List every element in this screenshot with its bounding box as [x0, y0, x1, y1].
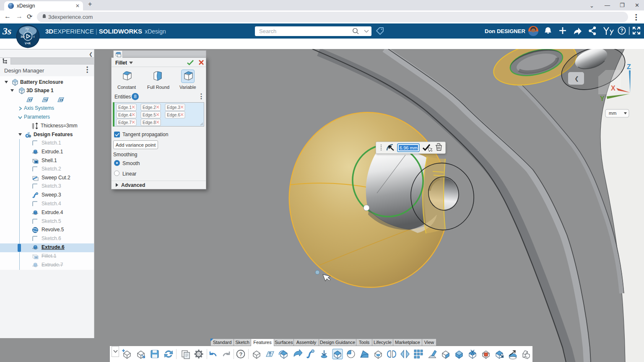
svg-text:?: ? [239, 351, 243, 357]
svg-text:6.96 mm: 6.96 mm [400, 145, 418, 150]
svg-text:Yy: Yy [25, 27, 29, 31]
svg-text:i: i [34, 35, 34, 39]
svg-text:YZ: YZ [44, 98, 48, 101]
svg-text:Edge.3: Edge.3 [167, 105, 180, 110]
svg-text:ZX: ZX [60, 98, 63, 101]
svg-text:Edge.7: Edge.7 [118, 120, 132, 125]
svg-text:❮: ❮ [574, 75, 579, 82]
svg-text:Edge.8: Edge.8 [143, 120, 156, 125]
svg-text:Y: Y [600, 95, 605, 102]
svg-text:X: X [611, 85, 615, 92]
svg-text:V+R: V+R [25, 42, 31, 45]
svg-text:XY: XY [29, 98, 33, 101]
svg-text:mm: mm [609, 111, 616, 116]
svg-text:Edge.4: Edge.4 [118, 113, 132, 117]
svg-text:Z: Z [627, 63, 631, 70]
svg-text:Edge.6: Edge.6 [167, 113, 180, 117]
svg-text:Edge.1: Edge.1 [118, 105, 132, 110]
svg-text:?: ? [621, 28, 623, 34]
svg-text:3s: 3s [2, 26, 11, 36]
svg-text:Edge.2: Edge.2 [143, 105, 156, 110]
svg-text:Edge.5: Edge.5 [143, 113, 156, 117]
svg-text:3D: 3D [21, 35, 25, 39]
